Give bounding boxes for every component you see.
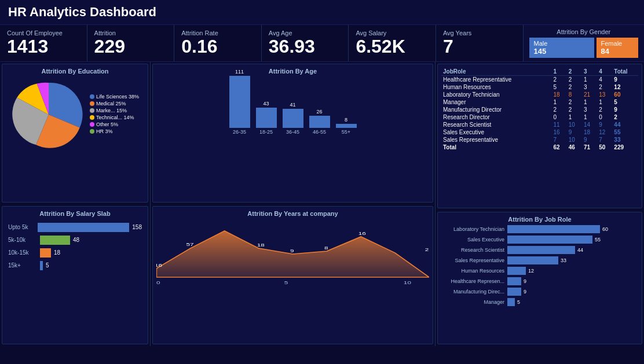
salary-row-0: Upto 5k 158: [8, 223, 142, 232]
cell-v2: 2: [567, 98, 582, 106]
jobrole-bar-label: Sales Executive: [444, 237, 507, 242]
education-title: Attrition By Education: [6, 68, 144, 75]
table-row: Manager 1 2 1 1 5: [441, 98, 638, 106]
salary-row-3: 15k+ 5: [8, 261, 142, 270]
svg-text:2: 2: [425, 247, 429, 252]
table-row: Research Director 0 1 1 0 2: [441, 113, 638, 121]
cell-v3: 1: [582, 113, 597, 121]
kpi-value-2: 0.16: [181, 36, 254, 57]
jobrole-bars: Laboratory Technician 60 Sales Executive…: [441, 225, 638, 306]
kpi-value-1: 229: [94, 36, 167, 57]
jobrole-bar-label: Healthcare Represen...: [444, 278, 507, 284]
age-bar-top-2: 41: [290, 102, 295, 108]
jobrole-bar-label: Laboratory Technician: [444, 226, 507, 232]
salary-val-2: 18: [54, 249, 60, 256]
legend-hr: HR 3%: [90, 128, 139, 134]
cell-role: Healthcare Representative: [441, 76, 551, 84]
gender-row: Male 145 Female 84: [529, 38, 638, 58]
legend-dot-technical: [90, 115, 94, 120]
cell-v3: 14: [582, 121, 597, 128]
cell-v3: 1: [582, 76, 597, 84]
salary-row-2: 10k-15k 18: [8, 248, 142, 258]
kpi-value-3: 36.93: [269, 36, 342, 57]
salary-bar-2: [40, 248, 51, 258]
cell-role: Manager: [441, 98, 551, 106]
age-title: Attrition By Age: [156, 68, 429, 75]
cell-total: 44: [612, 121, 638, 128]
legend-label-1: Medical 25%: [96, 101, 126, 106]
education-panel: Attrition By Education: [2, 64, 148, 203]
jobrole-chart-panel: Attrition By Job Role Laboratory Technic…: [437, 212, 642, 344]
cell-role: Laboratory Technician: [441, 91, 551, 98]
cell-v1: 2: [551, 106, 566, 113]
age-bar-bottom-1: 18-25: [259, 129, 273, 135]
cell-total: 9: [612, 106, 638, 113]
svg-text:10: 10: [404, 280, 412, 285]
cell-v1: 7: [551, 136, 566, 144]
kpi-attrition-rate: Attrition Rate 0.16: [174, 25, 262, 61]
jobrole-bar-value: 12: [528, 268, 534, 274]
jobrole-bar-value: 5: [517, 299, 520, 305]
jobrole-chart-row: Sales Representative 33: [444, 256, 636, 264]
kpi-avg-years: Avg Years 7: [436, 25, 524, 61]
totals-v4: 50: [597, 144, 612, 151]
legend-dot-life-sciences: [90, 94, 94, 99]
legend-dot-other: [90, 122, 94, 127]
th-2: 2: [567, 68, 582, 76]
gender-male: Male 145: [529, 38, 594, 58]
years-area-chart: 0 5 10 57 16 18 9 8 16 2: [156, 219, 429, 289]
jobrole-bar-value: 55: [595, 237, 601, 242]
age-bar-top-1: 43: [263, 101, 269, 106]
cell-v2: 9: [567, 128, 582, 136]
table-row: Human Resources 5 2 3 2 12: [441, 83, 638, 91]
cell-v4: 4: [597, 76, 612, 84]
th-1: 1: [551, 68, 566, 76]
table-row: Research Scientist 11 10 14 9 44: [441, 121, 638, 128]
cell-v4: 2: [597, 106, 612, 113]
jobrole-table-panel: JobRole 1 2 3 4 Total Healthcare Represe…: [437, 64, 642, 208]
jobrole-bar-label: Sales Representative: [444, 258, 507, 263]
cell-role: Research Director: [441, 113, 551, 121]
cell-role: Sales Representative: [441, 136, 551, 144]
totals-v3: 71: [582, 144, 597, 151]
cell-v1: 0: [551, 113, 566, 121]
salary-label-0: Upto 5k: [8, 224, 38, 230]
kpi-avg-age: Avg Age 36.93: [262, 25, 349, 61]
cell-v3: 3: [582, 83, 597, 91]
cell-v1: 18: [551, 91, 566, 98]
salary-bar-1: [40, 236, 70, 245]
age-bar-top-3: 26: [316, 109, 322, 115]
jobrole-table: JobRole 1 2 3 4 Total Healthcare Represe…: [441, 68, 638, 151]
jobrole-bar-label: Manager: [444, 299, 507, 305]
cell-v4: 2: [597, 83, 612, 91]
cell-v1: 1: [551, 98, 566, 106]
th-jobrole: JobRole: [441, 68, 551, 76]
th-3: 3: [582, 68, 597, 76]
gender-male-value: 145: [534, 47, 590, 56]
cell-v4: 1: [597, 98, 612, 106]
cell-v2: 8: [567, 91, 582, 98]
cell-total: 5: [612, 98, 638, 106]
jobrole-bar: [507, 288, 521, 296]
jobrole-bar: [507, 298, 515, 306]
kpi-label-5: Avg Years: [443, 30, 516, 36]
dashboard-title: HR Analytics Dashboard: [8, 5, 636, 20]
svg-text:9: 9: [290, 248, 294, 253]
left-column: Attrition By Education: [0, 62, 151, 346]
th-total: Total: [612, 68, 638, 76]
cell-v2: 2: [567, 83, 582, 91]
age-bar-group-2: 41 36-45: [283, 102, 303, 135]
jobrole-bar-label: Human Resources: [444, 268, 507, 274]
legend-dot-medical: [90, 101, 94, 106]
kpi-avg-salary: Avg Salary 6.52K: [349, 25, 436, 61]
jobrole-bar-label: Manufacturing Direc...: [444, 289, 507, 295]
middle-column: Attrition By Age 111 26-35 43 18-25 41 3…: [151, 62, 436, 346]
cell-v1: 16: [551, 128, 566, 136]
legend-marketing: Marke... 15%: [90, 108, 139, 113]
kpi-value-4: 6.52K: [356, 36, 429, 57]
jobrole-chart-row: Healthcare Represen... 9: [444, 277, 636, 285]
jobrole-chart-row: Research Scientist 44: [444, 246, 636, 254]
legend-label-3: Technical... 14%: [96, 115, 134, 120]
salary-val-0: 158: [132, 224, 142, 230]
cell-v2: 2: [567, 76, 582, 84]
